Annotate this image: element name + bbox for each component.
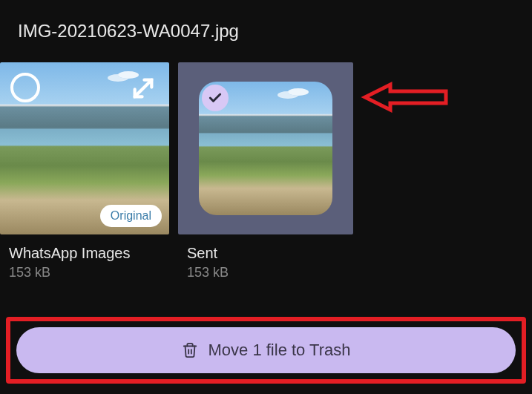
- thumbnail-item-sent: Sent 153 kB: [178, 62, 353, 280]
- thumbnail-grid: Original WhatsApp Images 153 kB Sent 153…: [0, 62, 532, 280]
- thumbnail-size: 153 kB: [9, 265, 169, 280]
- page-title: IMG-20210623-WA0047.jpg: [18, 21, 514, 42]
- thumbnail-label: Sent: [187, 245, 353, 262]
- thumbnail-size: 153 kB: [187, 265, 353, 280]
- thumbnail-info: WhatsApp Images 153 kB: [0, 234, 169, 280]
- expand-icon[interactable]: [131, 76, 156, 101]
- move-to-trash-button[interactable]: Move 1 file to Trash: [16, 327, 516, 373]
- thumbnail-sent[interactable]: [178, 62, 353, 234]
- selected-check-icon: [202, 85, 229, 111]
- thumbnail-info: Sent 153 kB: [178, 234, 353, 280]
- original-badge: Original: [100, 205, 162, 227]
- thumbnail-original[interactable]: Original: [0, 62, 169, 234]
- trash-icon: [182, 342, 198, 358]
- trash-button-label: Move 1 file to Trash: [208, 341, 351, 360]
- annotation-highlight-box: Move 1 file to Trash: [6, 317, 526, 384]
- annotation-arrow: [361, 79, 450, 116]
- header: IMG-20210623-WA0047.jpg: [0, 0, 532, 55]
- thumbnail-image: [199, 82, 332, 215]
- thumbnail-item-whatsapp: Original WhatsApp Images 153 kB: [0, 62, 169, 280]
- thumbnail-label: WhatsApp Images: [9, 245, 169, 262]
- selection-circle-icon[interactable]: [10, 73, 40, 102]
